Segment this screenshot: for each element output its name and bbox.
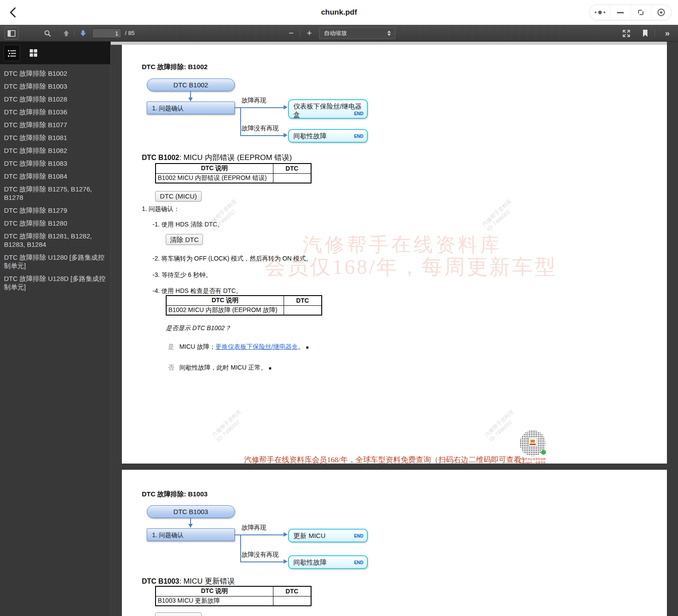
outline-item[interactable]: DTC 故障排除 B1084 xyxy=(4,172,107,180)
table-header: DTC 说明 xyxy=(166,296,284,305)
dtc-desc: : MICU 内部错误 (EEPROM 错误) xyxy=(179,153,292,162)
thumbnails-view-button[interactable] xyxy=(25,45,42,61)
no-text: 间歇性故障，此时 MICU 正常。 xyxy=(179,364,267,371)
end-of-method-square: ■ xyxy=(306,345,308,350)
toolbar-divider xyxy=(300,30,300,37)
outline-item[interactable]: DTC 故障排除 B1081 xyxy=(4,133,107,142)
substep-text: -2. 将车辆转为 OFF (LOCK) 模式，然后再转为 ON 模式。 xyxy=(152,255,312,263)
step-text: 1. 问题确认： xyxy=(142,205,180,213)
flow-arrowhead xyxy=(284,105,288,109)
flow-branch-label: 故障再现 xyxy=(242,524,266,532)
outline-item[interactable]: DTC 故障排除 B1083 xyxy=(4,159,107,168)
answer-no-row: 否 间歇性故障，此时 MICU 正常。 ■ xyxy=(168,364,271,372)
corner-watermark: 汽修帮手资料库ID: 7496002 xyxy=(211,409,247,444)
titlebar: chunk.pdf xyxy=(0,0,678,25)
no-label: 否 xyxy=(168,364,174,371)
search-button[interactable] xyxy=(41,27,54,39)
outline-item[interactable]: DTC 故障排除 U128D [多路集成控制单元] xyxy=(4,274,107,291)
flow-start-node: DTC B1003 xyxy=(147,505,235,518)
replace-fuse-box-link[interactable]: 更换仪表板下保险丝/继电器盒 xyxy=(215,343,298,350)
flow-branch-label: 故障再现 xyxy=(242,97,266,105)
qr-code xyxy=(520,430,546,456)
outline-item[interactable]: DTC 故障排除 B1036 xyxy=(4,108,107,116)
outline-item[interactable]: DTC 故障排除 B1077 xyxy=(4,121,107,129)
sidebar-toggle-button[interactable] xyxy=(4,27,19,39)
outline-item[interactable]: DTC 故障排除 B1281, B1282, B1283, B1284 xyxy=(4,232,107,249)
flow-connector xyxy=(240,561,284,562)
flow-end-tag: END xyxy=(354,534,363,538)
flow-branch-label: 故障没有再现 xyxy=(242,551,279,559)
flow-branch-label: 故障没有再现 xyxy=(242,125,279,133)
outline-item[interactable]: DTC 故障排除 B1275, B1276, B1278 xyxy=(4,185,107,202)
flow-arrowhead xyxy=(284,532,288,537)
page-number-input[interactable] xyxy=(92,28,121,38)
table-cell: B1002 MICU 内部错误 (EEPROM 错误) xyxy=(156,173,273,183)
flow-arrowhead xyxy=(284,133,288,137)
yes-label: 是 xyxy=(168,343,174,350)
outline-item[interactable]: DTC 故障排除 B1280 xyxy=(4,219,107,227)
dtc-table-1: DTC 说明 DTC B1003 MICU 更新故障 xyxy=(155,586,312,606)
outline-item[interactable]: DTC 故障排除 B1002 xyxy=(4,69,107,78)
window-controls xyxy=(589,4,672,20)
flow-end-tag: END xyxy=(354,560,363,565)
flow-end-title: 间歇性故障 xyxy=(293,132,327,140)
section-heading: DTC 故障排除: B1002 xyxy=(142,63,207,71)
corner-watermark: 汽修帮手资料库ID: 7496002 xyxy=(481,198,518,233)
arrow-down-icon xyxy=(79,29,87,37)
dtc-table-2: DTC 说明 DTC B1002 MICU 内部故障 (EEPROM 故障) xyxy=(166,295,322,316)
bookmark-button[interactable] xyxy=(639,27,651,39)
qr-green-badge-icon xyxy=(541,449,546,455)
arrow-up-icon xyxy=(62,29,70,37)
outline-item[interactable]: DTC 故障排除 B1279 xyxy=(4,206,107,214)
section-heading: DTC 故障排除: B1003 xyxy=(142,490,207,499)
close-button[interactable] xyxy=(651,5,671,20)
corner-watermark: 汽修帮手资料库ID: 7496002 xyxy=(483,409,520,444)
flow-connector xyxy=(235,107,284,108)
flow-step-node: 1. 问题确认 xyxy=(147,101,235,114)
qr-logo-icon xyxy=(528,438,537,446)
zoom-out-button[interactable]: − xyxy=(286,27,296,39)
dtc-code: DTC B1003 xyxy=(142,577,179,585)
flow-connector xyxy=(240,534,241,562)
page-down-button[interactable] xyxy=(76,27,90,39)
clear-dtc-button-image: 清除 DTC xyxy=(166,234,203,245)
table-header: DTC xyxy=(273,164,311,173)
big-watermark-line1: 汽修帮手在线资料库 xyxy=(303,232,502,258)
table-cell: B1002 MICU 内部故障 (EEPROM 故障) xyxy=(166,305,284,315)
table-cell xyxy=(273,173,311,183)
table-header: DTC 说明 xyxy=(156,586,273,596)
sidebar-header xyxy=(0,42,110,64)
zoom-level-select[interactable]: 自动缩放 xyxy=(319,27,395,39)
answer-yes-row: 是 MICU 故障；更换仪表板下保险丝/继电器盒。 ■ xyxy=(168,343,308,351)
more-options-button[interactable] xyxy=(590,5,610,20)
flow-end-title: 仪表板下保险丝/继电器盒 xyxy=(293,102,367,119)
outline-item[interactable]: DTC 故障排除 U1280 [多路集成控制单元] xyxy=(4,253,107,270)
minimize-button[interactable] xyxy=(610,5,630,20)
secondary-toolbar-button[interactable]: » xyxy=(659,27,674,39)
outline-item[interactable]: DTC 故障排除 B1003 xyxy=(4,82,107,90)
dtc-desc: : MICU 更新错误 xyxy=(179,577,235,585)
substep-text: -1. 使用 HDS 清除 DTC。 xyxy=(152,221,223,229)
end-of-method-square: ■ xyxy=(269,366,271,370)
pdf-page-1: DTC 故障排除: B1002 DTC B1002 1. 问题确认 故障再现 仪… xyxy=(122,45,667,464)
outline-list: DTC 故障排除 B1002DTC 故障排除 B1003DTC 故障排除 B10… xyxy=(0,64,111,296)
dtc-title: DTC B1003: MICU 更新错误 xyxy=(142,576,235,586)
viewer-top-strip xyxy=(111,42,667,45)
toolbar-divider xyxy=(655,30,655,37)
dtc-code: DTC B1002 xyxy=(142,154,179,161)
zoom-in-button[interactable]: + xyxy=(304,27,315,39)
page-up-button[interactable] xyxy=(59,27,73,39)
flow-end-node: 仪表板下保险丝/继电器盒 END xyxy=(288,99,368,119)
page-count-label: / 85 xyxy=(125,25,135,42)
question-text: 是否显示 DTC B1002？ xyxy=(166,324,231,332)
clipped-button-image xyxy=(155,612,202,616)
table-header: DTC 说明 xyxy=(156,164,273,173)
fullscreen-icon xyxy=(622,29,631,38)
outline-item[interactable]: DTC 故障排除 B1082 xyxy=(4,146,107,155)
table-header: DTC xyxy=(284,296,322,305)
outline-item[interactable]: DTC 故障排除 B1028 xyxy=(4,95,107,103)
presentation-mode-button[interactable] xyxy=(620,27,633,39)
restore-button[interactable] xyxy=(631,5,651,20)
outline-view-button[interactable] xyxy=(4,45,20,61)
yes-text: MICU 故障； xyxy=(179,343,216,350)
